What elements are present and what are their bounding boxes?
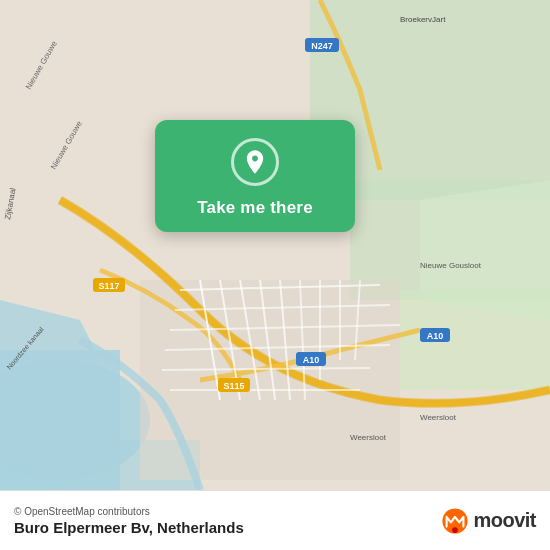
pin-icon-wrapper (231, 138, 279, 186)
svg-text:Weersloot: Weersloot (350, 433, 387, 442)
svg-text:N247: N247 (311, 41, 333, 51)
svg-text:Nieuwe Gousloot: Nieuwe Gousloot (420, 261, 482, 270)
map-svg: A10 A10 S117 S115 N247 Nieuwe Gouwe Nieu… (0, 0, 550, 490)
svg-text:BroekervJart: BroekervJart (400, 15, 446, 24)
osm-attribution: © OpenStreetMap contributors (14, 506, 244, 517)
moovit-brand-icon (441, 507, 469, 535)
location-card[interactable]: Take me there (155, 120, 355, 232)
pin-icon (241, 148, 269, 176)
bottom-bar: © OpenStreetMap contributors Buro Elperm… (0, 490, 550, 550)
location-name: Buro Elpermeer Bv, Netherlands (14, 519, 244, 536)
svg-text:Weersloot: Weersloot (420, 413, 457, 422)
svg-text:S117: S117 (98, 281, 119, 291)
svg-text:A10: A10 (303, 355, 320, 365)
take-me-there-button[interactable]: Take me there (197, 198, 313, 218)
bottom-info: © OpenStreetMap contributors Buro Elperm… (14, 506, 244, 536)
svg-text:A10: A10 (427, 331, 444, 341)
moovit-text: moovit (473, 509, 536, 532)
map-view: A10 A10 S117 S115 N247 Nieuwe Gouwe Nieu… (0, 0, 550, 490)
moovit-logo: moovit (441, 507, 536, 535)
svg-text:S115: S115 (223, 381, 244, 391)
